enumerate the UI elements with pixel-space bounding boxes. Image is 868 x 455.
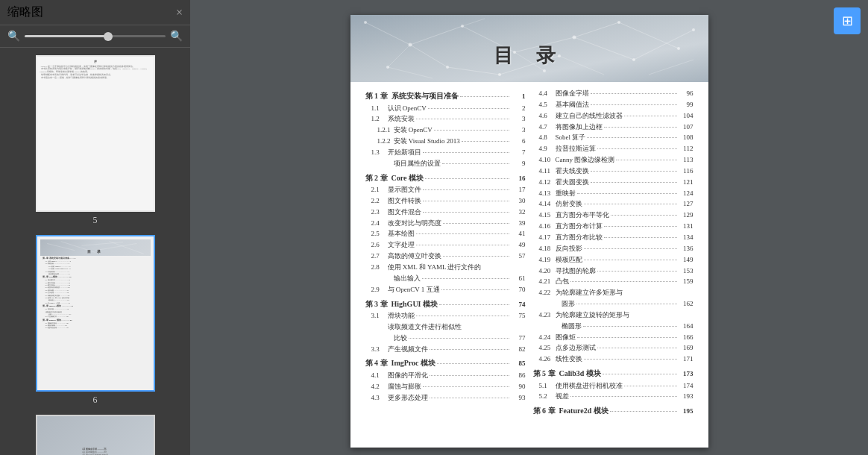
toc-chapter-4: 第 4 章 ImgProc 模块 85 (365, 357, 526, 370)
toc-section: 4.13 重映射 124 (539, 188, 694, 199)
toc-section: 4.22 为轮廓建立许多矩形与 (539, 287, 694, 298)
toc-chapter-2: 第 2 章 Core 模块 16 (365, 172, 526, 185)
sidebar: 缩略图 × 🔍 🔍 序 OpenCV是一个开源的跨平台计算机视觉库，实现了图像处… (0, 0, 190, 455)
thumbnail-item-5[interactable]: 序 OpenCV是一个开源的跨平台计算机视觉库，实现了图像处理和计算机视觉方面的… (36, 55, 155, 226)
sidebar-title: 缩略图 (7, 4, 43, 20)
toc-section: 4.2 腐蚀与膨胀 90 (371, 381, 526, 392)
toc-section: 4.6 建立自己的线性滤波器 104 (539, 110, 694, 122)
toc-section: 2.6 文字处理 49 (371, 239, 526, 251)
toc-section: 4.5 基本阈值法 99 (539, 99, 694, 110)
svg-line-2 (81, 242, 123, 246)
toc-section: 4.3 更多形态处理 93 (371, 392, 526, 404)
layout-button[interactable]: ⊞ (834, 7, 861, 34)
pdf-page: 目 录 第 1 章 系统安装与项目准备 1 1.1 认识 OpenCV 2 (350, 15, 708, 448)
toc-section: 2.8 使用 XML 和 YAML 进行文件的 (371, 262, 526, 273)
toc-section: 读取频道文件进行相似性 (371, 321, 526, 333)
toc-chapter-5: 第 5 章 Calib3d 模块 173 (533, 368, 694, 380)
toc-subsection: 1.2.2 安装 Visual Studio 2013 6 (377, 136, 526, 147)
zoom-slider[interactable] (25, 35, 166, 37)
thumbnail-item-7[interactable]: 4.4 图像金字塔 ………96 4.5 基本阈值法 ………99 4.6 建立自己… (36, 415, 155, 455)
svg-point-33 (692, 28, 695, 31)
toc-section: 2.2 图文件转换 30 (371, 195, 526, 207)
toc-section: 4.9 拉普拉斯运算 112 (539, 143, 694, 154)
main-content: ⊞ (190, 0, 868, 455)
toc-section: 4.4 图像金字塔 96 (539, 88, 694, 99)
toc-section: 4.19 模板匹配 149 (539, 254, 694, 266)
sidebar-header: 缩略图 × (0, 0, 190, 25)
thumbnail-frame-6: 目 录 第 1 章 系统安装与项目准备………1 1.1 认识 OpenCV ……… (36, 235, 155, 392)
svg-point-25 (461, 25, 464, 28)
svg-point-28 (632, 58, 635, 61)
zoom-slider-container (25, 35, 166, 37)
toc-subsection: 输出输入 61 (377, 273, 526, 284)
toc-section: 4.24 图像矩 166 (539, 332, 694, 343)
svg-point-29 (446, 66, 449, 69)
svg-point-30 (498, 73, 501, 76)
thumbnail-content-5: 序 OpenCV是一个开源的跨平台计算机视觉库，实现了图像处理和计算机视觉方面的… (37, 57, 154, 210)
thumbnail-label-6: 6 (93, 395, 98, 406)
toc-section: 4.1 图像的平滑化 86 (371, 370, 526, 381)
toc-section: 5.2 视差 193 (539, 391, 694, 402)
svg-point-36 (677, 47, 680, 50)
toc-section: 1.3 开始新项目 7 (371, 147, 526, 158)
toc-chapter-1: 第 1 章 系统安装与项目准备 1 (365, 90, 526, 103)
toc-section: 2.1 显示图文件 17 (371, 184, 526, 195)
toc-section: 4.26 线性变换 171 (539, 354, 694, 365)
toc-section: 2.5 基本绘图 41 (371, 228, 526, 239)
toc-section: 1.1 认识 OpenCV 2 (371, 103, 526, 114)
toc-section: 4.7 将图像加上边框 107 (539, 122, 694, 133)
toc-chapter-3: 第 3 章 HighGUI 模块 74 (365, 298, 526, 311)
toc-section: 3.3 产生视频文件 82 (371, 344, 526, 355)
svg-point-35 (543, 69, 546, 72)
toc-section: 4.11 霍夫线变换 116 (539, 166, 694, 177)
toc-subsection: 椭圆形 164 (545, 321, 694, 332)
svg-point-32 (617, 21, 620, 24)
thumbnail-label-5: 5 (93, 215, 98, 226)
toc-section: 4.23 为轮廓建立旋转的矩形与 (539, 310, 694, 321)
close-icon[interactable]: × (176, 6, 183, 19)
toc-section: 5.1 使用棋盘进行相机校准 174 (539, 380, 694, 392)
thumbnail-item-6[interactable]: 目 录 第 1 章 系统安装与项目准备………1 1.1 认识 OpenCV ……… (36, 235, 155, 406)
svg-point-34 (386, 66, 389, 69)
toc-section: 4.17 直方图分布比较 134 (539, 232, 694, 243)
toc-section: 1.2 系统安装 3 (371, 113, 526, 125)
toc-section: 4.15 直方图分布平等化 129 (539, 210, 694, 221)
thumbnail-list: 序 OpenCV是一个开源的跨平台计算机视觉库，实现了图像处理和计算机视觉方面的… (0, 48, 190, 455)
toc-section: 2.4 改变对比与明亮度 39 (371, 218, 526, 229)
svg-point-27 (572, 36, 576, 40)
toc-section: 4.16 直方图分布计算 131 (539, 221, 694, 232)
toc-section: 4.14 仿射变换 127 (539, 198, 694, 210)
zoom-in-icon[interactable]: 🔍 (170, 30, 183, 43)
toc-section: 2.7 高散的傅立叶变换 57 (371, 251, 526, 262)
toc-right-column: 4.4 图像金字塔 96 4.5 基本阈值法 99 4.6 建立自己的线性滤波器… (533, 88, 694, 418)
toc-section: 2.3 图文件混合 32 (371, 207, 526, 218)
toc-chapter-6: 第 6 章 Feature2d 模块 195 (533, 405, 694, 418)
toc-content: 第 1 章 系统安装与项目准备 1 1.1 认识 OpenCV 2 1.2 系统… (350, 82, 708, 424)
toc-subsection: 1.2.1 安装 OpenCV 3 (377, 125, 526, 136)
svg-point-24 (408, 43, 412, 47)
toc-section: 4.18 反向投影 136 (539, 243, 694, 254)
toc-section: 4.12 霍夫圆变换 121 (539, 177, 694, 188)
toc-section: 2.9 与 OpenCV 1 互通 70 (371, 284, 526, 295)
toc-section: 4.8 Sobel 算子 108 (539, 132, 694, 143)
toc-subsection: 比较 77 (377, 333, 526, 344)
toc-title: 目 录 (494, 43, 564, 69)
page-header-image: 目 录 (350, 15, 708, 82)
toc-section: 4.25 点多边形测试 169 (539, 342, 694, 354)
thumbnail-frame-7: 4.4 图像金字塔 ………96 4.5 基本阈值法 ………99 4.6 建立自己… (36, 415, 155, 455)
toc-section: 4.20 寻找图的轮廓 153 (539, 266, 694, 277)
zoom-controls: 🔍 🔍 (0, 25, 190, 48)
thumbnail-frame-5: 序 OpenCV是一个开源的跨平台计算机视觉库，实现了图像处理和计算机视觉方面的… (36, 55, 155, 212)
toc-left-column: 第 1 章 系统安装与项目准备 1 1.1 认识 OpenCV 2 1.2 系统… (365, 88, 526, 418)
toc-section: 4.21 凸包 159 (539, 276, 694, 287)
zoom-out-icon[interactable]: 🔍 (7, 30, 20, 43)
toc-section: 4.10 Canny 图像边缘检测 113 (539, 154, 694, 166)
toc-subsection: 项目属性的设置 9 (377, 158, 526, 169)
svg-point-23 (364, 21, 367, 24)
svg-line-4 (109, 242, 143, 254)
thumbnail-content-6: 目 录 第 1 章 系统安装与项目准备………1 1.1 认识 OpenCV ……… (37, 236, 154, 390)
toc-subsection: 圆形 162 (545, 298, 694, 310)
toc-section: 3.1 滑块功能 75 (371, 310, 526, 321)
